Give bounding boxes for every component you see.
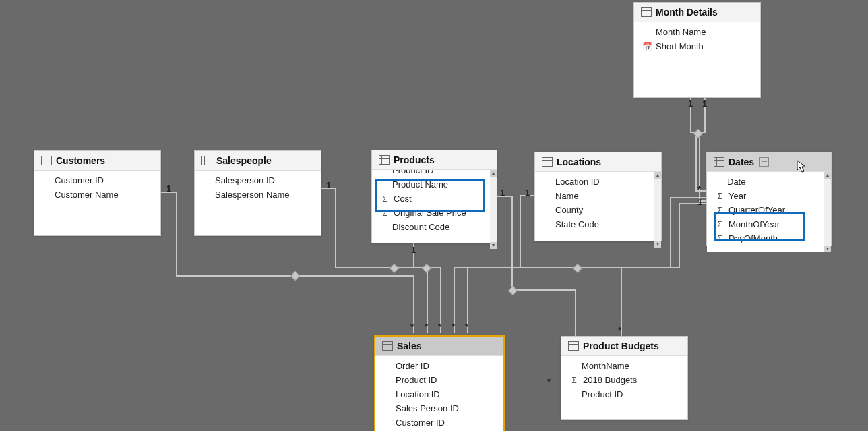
cross-filter-node — [573, 264, 582, 273]
table-header[interactable]: Product Budgets — [561, 337, 687, 356]
cardinality-many: * — [410, 322, 414, 332]
date-icon: 📅 — [642, 42, 652, 51]
field-customer-id[interactable]: Customer ID — [375, 415, 503, 430]
field-county[interactable]: County — [535, 203, 661, 217]
field-dayofmonth[interactable]: ΣDayOfMonth — [707, 231, 831, 246]
field-customer-id[interactable]: Customer ID — [34, 173, 160, 188]
field-salesperson-name[interactable]: Salesperson Name — [195, 188, 321, 202]
scrollbar[interactable]: ▴▾ — [490, 170, 497, 249]
scroll-up[interactable]: ▴ — [824, 172, 831, 179]
cross-filter-node — [290, 271, 300, 281]
field-label: Name — [555, 191, 579, 201]
table-icon — [202, 156, 212, 165]
cardinality-1: 1 — [702, 98, 707, 109]
field-sales-person-id[interactable]: Sales Person ID — [375, 401, 503, 415]
table-header[interactable]: Products — [372, 150, 497, 170]
field-2018-budgets[interactable]: Σ2018 Budgets — [561, 373, 687, 387]
table-icon — [382, 341, 393, 351]
field-discount-code[interactable]: Discount Code — [372, 220, 497, 234]
cardinality-many: * — [465, 322, 468, 332]
table-header[interactable]: Month Details — [634, 3, 760, 22]
field-product-name[interactable]: Product Name — [372, 177, 497, 192]
field-label: Location ID — [555, 177, 600, 187]
field-label: Discount Code — [392, 222, 450, 232]
cross-filter-node — [422, 264, 431, 273]
field-label: Product ID — [396, 375, 437, 385]
field-label: Customer Name — [55, 190, 119, 200]
field-order-id[interactable]: Order ID — [375, 359, 503, 373]
table-icon — [542, 157, 553, 167]
cardinality-1: 1 — [525, 188, 530, 198]
field-label: Salesperson ID — [215, 175, 275, 185]
field-monthofyear[interactable]: ΣMonthOfYear — [707, 217, 831, 231]
scroll-up[interactable]: ▴ — [654, 172, 661, 179]
table-icon — [568, 341, 579, 351]
table-dates[interactable]: Dates Date ΣYear ΣQuarterOfYear ΣMonthOf… — [706, 152, 832, 246]
field-label: Year — [728, 191, 746, 201]
table-sales[interactable]: Sales Order ID Product ID Location ID Sa… — [374, 335, 505, 431]
field-month-name[interactable]: Month Name — [634, 25, 760, 39]
field-orig-sale-price[interactable]: ΣOriginal Sale Price — [372, 206, 497, 220]
table-title: Dates — [728, 156, 754, 167]
table-title: Customers — [56, 155, 105, 166]
field-name[interactable]: Name — [535, 189, 661, 203]
scrollbar[interactable]: ▴▾ — [654, 172, 661, 248]
table-locations[interactable]: Locations Location ID Name County State … — [534, 152, 662, 241]
table-customers[interactable]: Customers Customer ID Customer Name — [34, 150, 161, 236]
table-product-budgets[interactable]: Product Budgets MonthName Σ2018 Budgets … — [561, 336, 688, 420]
table-header[interactable]: Customers — [34, 151, 160, 171]
table-header[interactable]: Sales — [375, 337, 503, 356]
date-table-icon — [760, 157, 769, 167]
field-salesperson-id[interactable]: Salesperson ID — [195, 173, 321, 188]
scrollbar[interactable]: ▴▾ — [824, 172, 831, 252]
field-date[interactable]: Date — [707, 175, 831, 189]
table-header[interactable]: Locations — [535, 152, 661, 172]
field-product-id[interactable]: Product ID — [375, 373, 503, 387]
cardinality-many: * — [547, 376, 551, 386]
field-cost[interactable]: ΣCost — [372, 192, 497, 206]
field-label: DayOfMonth — [728, 233, 778, 243]
table-title: Locations — [557, 156, 601, 167]
field-product-id[interactable]: Product ID — [561, 387, 687, 401]
sigma-icon: Σ — [380, 194, 390, 204]
table-header[interactable]: Salespeople — [195, 151, 321, 171]
field-label: Salesperson Name — [215, 190, 290, 200]
cardinality-many: * — [438, 322, 441, 332]
cardinality-1: 1 — [326, 180, 331, 190]
field-label: 2018 Budgets — [583, 375, 637, 385]
scroll-up[interactable]: ▴ — [490, 170, 497, 177]
sigma-icon: Σ — [715, 192, 724, 201]
field-location-id[interactable]: Location ID — [375, 387, 503, 401]
field-short-month[interactable]: 📅Short Month — [634, 39, 760, 53]
sigma-icon: Σ — [380, 208, 390, 218]
table-products[interactable]: Products Product ID Product Name ΣCost Σ… — [371, 150, 497, 243]
table-month-details[interactable]: Month Details Month Name 📅Short Month — [633, 2, 761, 98]
cross-filter-node — [508, 286, 518, 295]
field-product-id[interactable]: Product ID — [372, 170, 497, 177]
table-icon — [379, 155, 390, 165]
scroll-down[interactable]: ▾ — [824, 246, 831, 252]
field-label: State Code — [555, 219, 599, 229]
table-header[interactable]: Dates — [707, 152, 831, 172]
table-title: Month Details — [656, 7, 718, 18]
field-customer-name[interactable]: Customer Name — [34, 188, 160, 202]
model-canvas[interactable]: 1 1 1 1 1 1 1 1 * * * * * * * * Month De… — [0, 0, 868, 431]
field-label: Short Month — [656, 41, 704, 51]
field-label: Sales Person ID — [396, 403, 459, 413]
cardinality-many: * — [452, 322, 455, 332]
cross-filter-node — [693, 129, 703, 138]
field-year[interactable]: ΣYear — [707, 189, 831, 203]
table-title: Salespeople — [216, 155, 272, 166]
field-location-id[interactable]: Location ID — [535, 175, 661, 189]
table-icon — [641, 7, 652, 17]
field-label: County — [555, 205, 583, 215]
field-label: Original Sale Price — [394, 208, 466, 218]
field-label: MonthName — [582, 361, 629, 371]
field-quarterofyear[interactable]: ΣQuarterOfYear — [707, 203, 831, 217]
field-state-code[interactable]: State Code — [535, 217, 661, 231]
field-monthname[interactable]: MonthName — [561, 359, 687, 373]
table-salespeople[interactable]: Salespeople Salesperson ID Salesperson N… — [194, 150, 321, 236]
cross-filter-node — [390, 264, 399, 273]
scroll-down[interactable]: ▾ — [490, 242, 497, 249]
scroll-down[interactable]: ▾ — [654, 241, 661, 248]
